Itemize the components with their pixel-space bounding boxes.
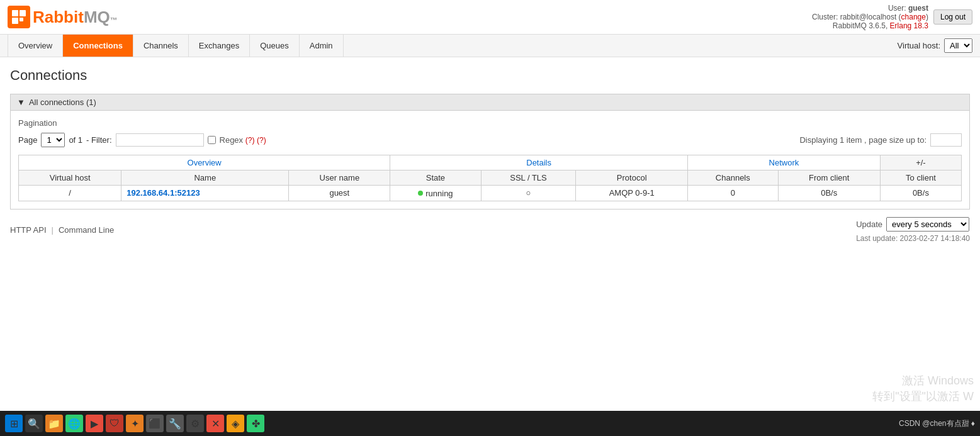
regex-text: Regex — [220, 135, 244, 145]
col-ssl-tls: SSL / TLS — [481, 170, 576, 186]
page-title: Connections — [10, 67, 970, 84]
http-api-link[interactable]: HTTP API — [10, 225, 47, 235]
filter-input[interactable] — [116, 133, 204, 147]
status-running: running — [418, 189, 453, 198]
col-from-client: From client — [778, 170, 880, 186]
svg-rect-3 — [20, 18, 23, 21]
logo-text: RabbitMQ™ — [33, 8, 118, 27]
connections-tbody: / 192.168.64.1:52123 guest running ○ AMQ… — [19, 186, 962, 201]
pagination-label: Pagination — [18, 118, 962, 128]
cell-ssl-tls: ○ — [481, 186, 576, 201]
section-title: All connections (1) — [29, 98, 96, 107]
update-bar: Update every 5 seconds every 10 seconds … — [856, 217, 970, 232]
regex-label: Regex (?) (?) — [220, 135, 266, 145]
cluster-name: rabbit@localhost — [840, 13, 897, 21]
table-row: / 192.168.64.1:52123 guest running ○ AMQ… — [19, 186, 962, 201]
section-body: Pagination Page 1 of 1 - Filter: Regex (… — [10, 111, 970, 210]
last-update-value: 2023-02-27 14:18:40 — [900, 234, 970, 243]
section-triangle: ▼ — [17, 98, 25, 107]
nav-left: Overview Connections Channels Exchanges … — [8, 35, 344, 57]
all-connections-section-header[interactable]: ▼ All connections (1) — [10, 94, 970, 111]
col-channels: Channels — [688, 170, 779, 186]
footer-links: HTTP API | Command Line Update every 5 s… — [10, 217, 970, 243]
user-name: guest — [908, 4, 928, 13]
cell-protocol: AMQP 0-9-1 — [576, 186, 688, 201]
update-label: Update — [856, 220, 882, 229]
group-header-overview: Overview — [19, 155, 390, 170]
page-label: Page — [18, 135, 37, 145]
logo-icon — [8, 6, 30, 28]
erlang-link[interactable]: Erlang 18.3 — [890, 21, 928, 30]
nav-channels[interactable]: Channels — [133, 35, 189, 57]
nav-admin[interactable]: Admin — [300, 35, 344, 57]
nav-connections[interactable]: Connections — [63, 35, 133, 57]
svg-rect-1 — [20, 10, 26, 16]
logout-button[interactable]: Log out — [933, 9, 972, 25]
logo: RabbitMQ™ — [8, 6, 118, 28]
nav-overview[interactable]: Overview — [8, 35, 63, 57]
user-info: User: guest Cluster: rabbit@localhost (c… — [812, 4, 972, 30]
cell-state: running — [390, 186, 481, 201]
display-label: Displaying 1 item , page size up to: — [799, 135, 926, 145]
update-section: Update every 5 seconds every 10 seconds … — [856, 217, 970, 243]
last-update: Last update: 2023-02-27 14:18:40 — [856, 234, 970, 243]
rabbitmq-version: RabbitMQ 3.6.5, — [833, 21, 887, 30]
cluster-line: Cluster: rabbit@localhost (change) — [812, 13, 928, 21]
col-virtual-host: Virtual host — [19, 170, 121, 186]
user-label: User: — [888, 4, 906, 13]
svg-rect-0 — [12, 10, 18, 16]
content: Connections ▼ All connections (1) Pagina… — [0, 57, 980, 253]
logo-tm: ™ — [110, 16, 118, 25]
cell-user-name: guest — [289, 186, 390, 201]
nav-exchanges[interactable]: Exchanges — [189, 35, 250, 57]
regex-q2-link[interactable]: (?) — [257, 136, 266, 145]
pagination-left: Page 1 of 1 - Filter: Regex (?) (?) — [18, 133, 266, 147]
group-header-details: Details — [390, 155, 688, 170]
pagination-bar: Page 1 of 1 - Filter: Regex (?) (?) Disp… — [18, 133, 962, 147]
logo-rabbit: Rabbit — [33, 8, 84, 26]
nav-right: Virtual host: All / — [898, 38, 972, 53]
page-size-input[interactable]: 100 — [930, 133, 962, 147]
status-dot — [418, 191, 423, 196]
nav-queues[interactable]: Queues — [250, 35, 300, 57]
col-protocol: Protocol — [576, 170, 688, 186]
of-label: of 1 — [69, 135, 82, 145]
footer-separator: | — [52, 225, 54, 235]
cell-to-client: 0B/s — [880, 186, 961, 201]
status-text: running — [425, 189, 453, 198]
version-line: RabbitMQ 3.6.5, Erlang 18.3 — [812, 21, 928, 30]
col-state: State — [390, 170, 481, 186]
cell-from-client: 0B/s — [778, 186, 880, 201]
plus-minus-header[interactable]: +/- — [880, 155, 961, 170]
footer-links-left: HTTP API | Command Line — [10, 225, 114, 235]
update-interval-select[interactable]: every 5 seconds every 10 seconds every 3… — [886, 217, 969, 232]
col-user-name: User name — [289, 170, 390, 186]
cluster-change-link[interactable]: change — [901, 13, 926, 21]
regex-checkbox[interactable] — [208, 136, 216, 144]
last-update-label: Last update: — [856, 234, 898, 243]
regex-q1-link[interactable]: (?) — [245, 136, 255, 145]
svg-rect-2 — [12, 18, 18, 24]
nav: Overview Connections Channels Exchanges … — [0, 35, 980, 57]
pagination-right: Displaying 1 item , page size up to: 100 — [799, 133, 962, 147]
command-line-link[interactable]: Command Line — [59, 225, 114, 235]
cluster-label: Cluster: — [812, 13, 838, 21]
col-name: Name — [121, 170, 289, 186]
connections-table: Overview Details Network +/- Virtual hos… — [18, 155, 962, 201]
page-select[interactable]: 1 — [41, 133, 65, 147]
header: RabbitMQ™ User: guest Cluster: rabbit@lo… — [0, 0, 980, 35]
filter-label: - Filter: — [86, 135, 111, 145]
user-line: User: guest — [812, 4, 928, 13]
virtual-host-select[interactable]: All / — [944, 38, 972, 53]
virtual-host-label: Virtual host: — [898, 41, 940, 50]
user-details: User: guest Cluster: rabbit@localhost (c… — [812, 4, 928, 30]
group-header-network: Network — [688, 155, 881, 170]
col-to-client: To client — [880, 170, 961, 186]
cell-channels: 0 — [688, 186, 779, 201]
logo-mq: MQ — [84, 8, 110, 26]
cell-virtual-host: / — [19, 186, 121, 201]
cell-name[interactable]: 192.168.64.1:52123 — [121, 186, 289, 201]
